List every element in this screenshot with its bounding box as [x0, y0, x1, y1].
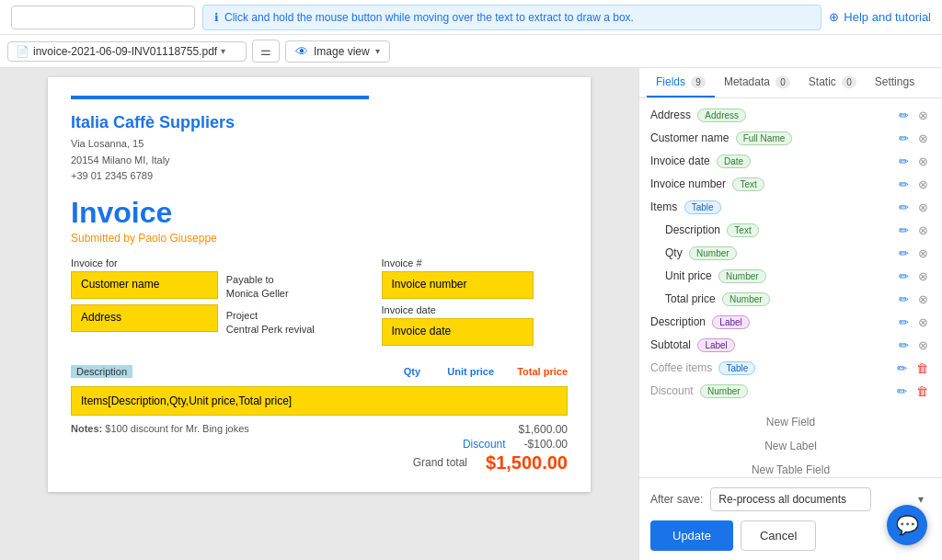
field-actions-address: ✏ ⊗	[896, 108, 931, 123]
delete-invoice-date-button[interactable]: ⊗	[915, 154, 931, 169]
view-dropdown-arrow: ▾	[375, 46, 380, 56]
delete-items-button[interactable]: ⊗	[915, 200, 931, 215]
field-actions-invoice-date: ✏ ⊗	[896, 154, 931, 169]
edit-discount-button[interactable]: ✏	[894, 383, 910, 399]
amounts-section: $1,600.00 Discount -$100.00 Grand total …	[413, 423, 568, 474]
notes-section: Notes: $100 discount for Mr. Bing jokes	[71, 423, 249, 434]
edit-description-label-button[interactable]: ✏	[896, 314, 912, 330]
file-selector[interactable]: 📄 invoice-2021-06-09-INV01118755.pdf ▾	[7, 41, 247, 62]
filter-button[interactable]: ⚌	[252, 40, 280, 63]
field-item-discount: Discount Number ✏ 🗑	[639, 380, 942, 403]
field-name-address: Address Address	[650, 109, 890, 122]
field-name-invoice-number: Invoice number Text	[650, 177, 890, 191]
field-actions-subtotal: ✏ ⊗	[896, 337, 931, 353]
field-actions-description-sub: ✏ ⊗	[896, 223, 931, 238]
document-panel: Italia Caffè Suppliers Via Losanna, 15 2…	[0, 68, 638, 560]
edit-address-button[interactable]: ✏	[896, 108, 912, 123]
subtotal-row: $1,600.00	[413, 423, 568, 436]
field-actions-unit-price: ✏ ⊗	[896, 269, 931, 284]
grand-total-row: Grand total $1,500.00	[413, 452, 568, 474]
tab-static[interactable]: Static 0	[799, 68, 866, 97]
edit-subtotal-button[interactable]: ✏	[896, 337, 912, 353]
doc-header-bar	[71, 96, 568, 99]
new-label-button[interactable]: New Label	[650, 434, 931, 458]
document-title-input[interactable]: Coffee Shop Invoice	[11, 6, 195, 29]
delete-description-label-button[interactable]: ⊗	[915, 314, 931, 330]
grand-total-label: Grand total	[413, 456, 467, 469]
file-bar: 📄 invoice-2021-06-09-INV01118755.pdf ▾ ⚌…	[0, 35, 942, 68]
meta-col-right: Invoice # Invoice number Invoice date In…	[382, 257, 569, 351]
col-description: Description	[71, 365, 374, 378]
field-name-coffee-items: Coffee items Table	[650, 361, 889, 375]
field-actions-description-label: ✏ ⊗	[896, 314, 931, 330]
chat-button[interactable]: 💬	[887, 505, 927, 545]
edit-unit-price-button[interactable]: ✏	[896, 269, 912, 284]
project-label: Project	[226, 310, 382, 321]
field-actions-coffee-items: ✏ 🗑	[894, 360, 931, 376]
delete-invoice-number-button[interactable]: ⊗	[915, 177, 931, 192]
info-icon: ℹ	[214, 11, 219, 24]
delete-discount-button[interactable]: 🗑	[913, 383, 931, 399]
field-item-coffee-items: Coffee items Table ✏ 🗑	[639, 357, 942, 380]
new-field-button[interactable]: New Field	[650, 410, 931, 434]
notes-value: $100 discount for Mr. Bing jokes	[105, 423, 249, 434]
delete-qty-button[interactable]: ⊗	[915, 246, 931, 261]
field-actions-qty: ✏ ⊗	[896, 246, 931, 261]
description-label: Description	[71, 365, 132, 378]
edit-total-price-button[interactable]: ✏	[896, 291, 912, 307]
fields-list: Address Address ✏ ⊗ Customer name Full N…	[639, 98, 942, 477]
edit-description-sub-button[interactable]: ✏	[896, 223, 912, 238]
delete-coffee-items-button[interactable]: 🗑	[913, 360, 931, 376]
edit-customer-button[interactable]: ✏	[896, 131, 912, 146]
new-table-field-button[interactable]: New Table Field	[650, 458, 931, 477]
field-item-invoice-number: Invoice number Text ✏ ⊗	[639, 173, 942, 196]
cancel-button[interactable]: Cancel	[741, 520, 816, 551]
field-item-address: Address Address ✏ ⊗	[639, 104, 942, 127]
help-button[interactable]: ⊕ Help and tutorial	[829, 10, 931, 24]
field-item-total-price: Total price Number ✏ ⊗	[639, 288, 942, 311]
after-save-select[interactable]: Re-process all documents Do nothing Proc…	[710, 487, 871, 511]
company-name: Italia Caffè Suppliers	[71, 113, 568, 132]
file-icon: 📄	[16, 45, 29, 58]
globe-icon: ⊕	[829, 10, 839, 24]
invoice-date-label: Invoice date	[382, 304, 569, 315]
field-actions-customer: ✏ ⊗	[896, 131, 931, 146]
subtotal-value: $1,600.00	[519, 423, 568, 436]
submitted-by: Submitted by Paolo Giuseppe	[71, 232, 568, 245]
update-button[interactable]: Update	[650, 520, 733, 551]
field-name-invoice-date: Invoice date Date	[650, 154, 890, 168]
tab-metadata[interactable]: Metadata 0	[715, 68, 799, 97]
delete-subtotal-button[interactable]: ⊗	[915, 337, 931, 353]
edit-invoice-date-button[interactable]: ✏	[896, 154, 912, 169]
invoice-date-field: Invoice date	[382, 318, 534, 346]
field-name-total-price: Total price Number	[665, 292, 890, 306]
meta-col-left: Invoice for Customer name Address	[71, 257, 226, 351]
field-item-description-sub: Description Text ✏ ⊗	[639, 219, 942, 242]
chat-icon: 💬	[896, 514, 919, 536]
discount-row: Discount -$100.00	[413, 438, 568, 451]
notes-row: Notes: $100 discount for Mr. Bing jokes …	[71, 423, 568, 474]
edit-invoice-number-button[interactable]: ✏	[896, 177, 912, 192]
field-name-subtotal: Subtotal Label	[650, 338, 890, 352]
field-name-unit-price: Unit price Number	[665, 269, 890, 283]
edit-qty-button[interactable]: ✏	[896, 246, 912, 261]
delete-total-price-button[interactable]: ⊗	[915, 291, 931, 307]
grand-total-value: $1,500.00	[486, 452, 568, 474]
delete-unit-price-button[interactable]: ⊗	[915, 269, 931, 284]
after-save-label: After save:	[650, 493, 703, 506]
invoice-number-field: Invoice number	[382, 271, 534, 299]
invoice-num-label: Invoice #	[382, 257, 569, 269]
add-section: New Field New Label New Table Field	[639, 403, 942, 477]
file-dropdown-arrow: ▾	[221, 46, 225, 56]
notes-label: Notes:	[71, 423, 102, 434]
payable-to-value: Monica Geller	[226, 288, 382, 299]
tab-settings[interactable]: Settings	[866, 68, 924, 97]
delete-address-button[interactable]: ⊗	[915, 108, 931, 123]
delete-customer-button[interactable]: ⊗	[915, 131, 931, 146]
edit-coffee-items-button[interactable]: ✏	[894, 360, 910, 376]
tab-fields[interactable]: Fields 9	[647, 68, 715, 97]
field-item-unit-price: Unit price Number ✏ ⊗	[639, 265, 942, 288]
view-selector[interactable]: 👁 Image view ▾	[285, 40, 390, 63]
edit-items-button[interactable]: ✏	[896, 200, 912, 215]
delete-description-sub-button[interactable]: ⊗	[915, 223, 931, 238]
